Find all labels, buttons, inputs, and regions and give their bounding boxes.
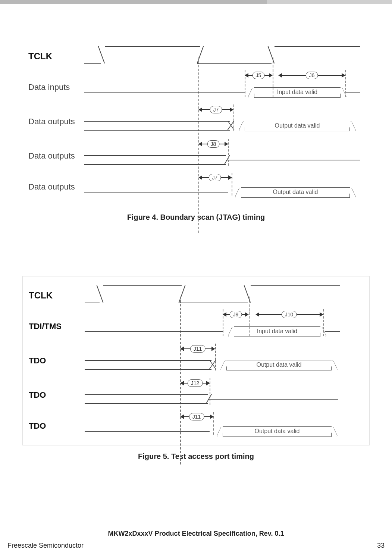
signal-label: TDO <box>26 390 85 400</box>
waveform-tdi-tms: Input data valid J9 J10 <box>85 309 363 344</box>
footer-company: Freescale Semiconductor <box>7 542 84 550</box>
data-bubble: Output data valid <box>226 360 332 370</box>
doc-title: MKW2xDxxxV Product Electrical Specificat… <box>0 530 392 538</box>
figure-caption: Figure 5. Test access port timing <box>22 452 370 461</box>
signal-label: Data outputs <box>26 182 84 192</box>
page-footer: MKW2xDxxxV Product Electrical Specificat… <box>0 530 392 550</box>
marker-label: J7 <box>210 106 222 113</box>
marker-label: J11 <box>189 413 204 420</box>
marker-label: J5 <box>253 72 265 79</box>
header-bar <box>0 0 392 4</box>
waveform-data-outputs-1: Output data valid J7 <box>84 104 363 139</box>
signal-label: Data inputs <box>26 82 84 92</box>
signal-row-tdo-3: TDO Output data valid J11 <box>26 412 363 440</box>
signal-label: TCLK <box>26 51 84 62</box>
data-bubble: Output data valid <box>223 426 332 437</box>
marker-label: J8 <box>207 140 220 148</box>
data-bubble: Input data valid <box>234 326 320 337</box>
signal-label: TCLK <box>26 290 85 301</box>
signal-row-data-outputs-1: Data outputs Output data valid J7 <box>26 104 363 139</box>
marker-label: J6 <box>306 72 318 79</box>
signal-label: Data outputs <box>26 117 84 126</box>
signal-row-tdo-1: TDO Output data valid J11 <box>26 344 363 378</box>
waveform-tdo-2: J12 <box>85 378 363 412</box>
waveform-tclk <box>84 43 363 70</box>
data-bubble: Input data valid <box>254 87 341 98</box>
figure-4: TCLK Data inputs <box>22 37 370 222</box>
signal-label: Data outputs <box>26 151 84 161</box>
page: TCLK Data inputs <box>0 0 392 557</box>
signal-label: TDO <box>26 421 85 431</box>
signal-row-tdi-tms: TDI/TMS Input data valid J9 J10 <box>26 309 363 344</box>
signal-label: TDO <box>26 356 85 366</box>
signal-row-tclk: TCLK <box>26 43 363 70</box>
waveform-tdo-3: Output data valid J11 <box>85 412 363 440</box>
figure-caption: Figure 4. Boundary scan (JTAG) timing <box>22 213 370 222</box>
data-bubble: Output data valid <box>241 187 350 198</box>
marker-label: J12 <box>188 379 203 387</box>
marker-label: J11 <box>190 345 206 353</box>
waveform-data-inputs: Input data valid J5 J6 <box>84 70 363 104</box>
signal-row-data-inputs: Data inputs Input data valid J5 J6 <box>26 70 363 104</box>
figure-5: TCLK TDI/TMS Input data <box>22 276 370 461</box>
timing-diagram-tap: TCLK TDI/TMS Input data <box>22 276 370 445</box>
signal-label: TDI/TMS <box>26 322 85 331</box>
waveform-tclk <box>85 282 363 309</box>
timing-diagram-jtag: TCLK Data inputs <box>22 37 370 206</box>
footer-page-number: 33 <box>377 542 385 550</box>
waveform-data-outputs-2: J8 <box>84 139 363 173</box>
signal-row-tclk: TCLK <box>26 282 363 309</box>
waveform-data-outputs-3: Output data valid J7 <box>84 173 363 201</box>
signal-row-data-outputs-3: Data outputs Output data valid J7 <box>26 173 363 201</box>
marker-label: J10 <box>282 311 297 318</box>
signal-row-data-outputs-2: Data outputs J8 <box>26 139 363 173</box>
data-bubble: Output data valid <box>245 121 350 131</box>
marker-label: J7 <box>209 174 221 181</box>
waveform-tdo-1: Output data valid J11 <box>85 344 363 378</box>
marker-label: J9 <box>230 311 242 318</box>
signal-row-tdo-2: TDO J12 <box>26 378 363 412</box>
